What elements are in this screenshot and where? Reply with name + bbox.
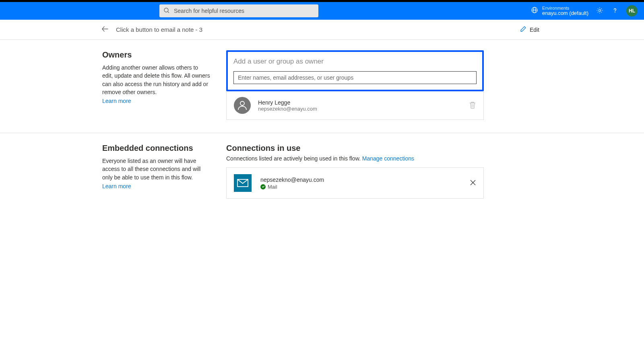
embedded-connections-heading: Embedded connections <box>102 144 210 153</box>
owner-email: nepsezekno@enayu.com <box>258 106 317 112</box>
owner-name: Henry Legge <box>258 99 317 106</box>
owner-list-item: Henry Legge nepsezekno@enayu.com <box>226 91 484 120</box>
connections-learn-more-link[interactable]: Learn more <box>102 183 131 189</box>
person-avatar <box>234 97 251 114</box>
svg-line-1 <box>168 12 169 13</box>
page-title: Click a button to email a note - 3 <box>116 26 202 33</box>
trash-icon <box>469 104 476 110</box>
environment-icon <box>531 6 538 15</box>
svg-point-5 <box>599 9 601 11</box>
avatar-initials: HL <box>629 8 635 14</box>
manage-connections-link[interactable]: Manage connections <box>362 155 414 162</box>
page-subheader: Click a button to email a note - 3 Edit <box>0 20 644 40</box>
svg-point-6 <box>615 12 615 12</box>
remove-owner-button[interactable] <box>469 101 476 110</box>
connection-email: nepsezekno@enayu.com <box>260 177 324 183</box>
connection-list-item: nepsezekno@enayu.com Mail <box>226 167 484 199</box>
owners-description: Adding another owner allows others to ed… <box>102 64 210 96</box>
embedded-connections-description: Everyone listed as an owner will have ac… <box>102 157 210 181</box>
gear-icon <box>596 7 603 15</box>
owners-learn-more-link[interactable]: Learn more <box>102 98 131 104</box>
arrow-left-icon <box>101 25 109 34</box>
check-circle-icon <box>260 184 266 189</box>
owners-heading: Owners <box>102 50 210 60</box>
person-icon <box>237 100 248 111</box>
connections-in-use-heading: Connections in use <box>226 144 484 153</box>
remove-connection-button[interactable] <box>470 179 476 187</box>
add-owner-panel: Add a user or group as owner <box>226 50 484 91</box>
environment-selector[interactable]: Environments enayu.com (default) <box>531 6 588 16</box>
help-icon <box>612 7 618 15</box>
help-button[interactable] <box>611 7 619 15</box>
connection-service-name: Mail <box>268 184 277 190</box>
search-icon <box>163 7 174 15</box>
edit-button[interactable]: Edit <box>520 26 539 33</box>
environment-name: enayu.com (default) <box>542 10 588 16</box>
add-owner-title: Add a user or group as owner <box>233 58 477 66</box>
connections-section: Embedded connections Everyone listed as … <box>0 133 644 212</box>
add-owner-input[interactable] <box>233 71 477 84</box>
environment-label: Environments <box>542 6 588 10</box>
user-avatar[interactable]: HL <box>626 5 638 16</box>
pencil-icon <box>520 26 526 33</box>
back-button[interactable] <box>101 25 109 34</box>
edit-label: Edit <box>530 27 539 33</box>
svg-point-7 <box>240 101 244 105</box>
connections-description: Connections listed are actively being us… <box>226 155 484 162</box>
app-header: Environments enayu.com (default) HL <box>0 2 644 20</box>
svg-point-0 <box>164 8 168 12</box>
mail-connector-icon <box>234 174 252 192</box>
close-icon <box>470 181 476 187</box>
owners-section: Owners Adding another owner allows other… <box>0 40 644 133</box>
search-input[interactable] <box>174 8 314 14</box>
global-search[interactable] <box>159 4 318 17</box>
settings-button[interactable] <box>596 7 604 15</box>
